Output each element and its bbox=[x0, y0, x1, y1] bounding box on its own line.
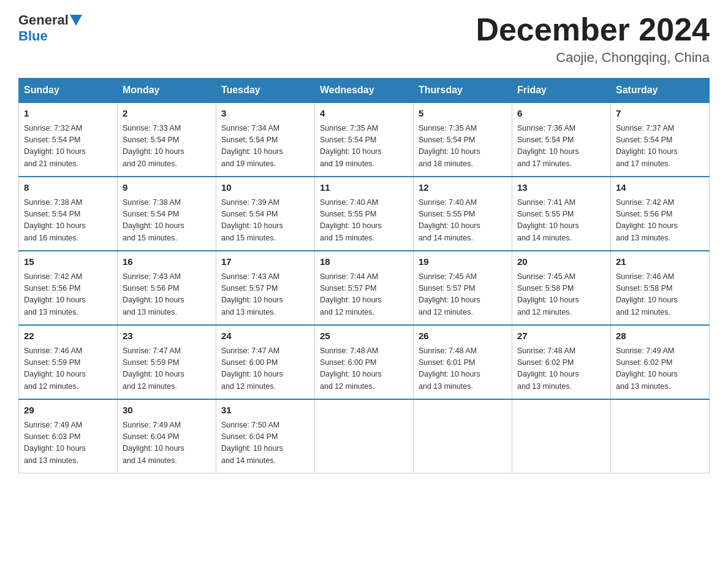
day-number: 10 bbox=[221, 181, 309, 195]
logo: General Blue bbox=[18, 12, 83, 44]
day-info: Sunrise: 7:47 AM Sunset: 6:00 PM Dayligh… bbox=[221, 345, 309, 393]
day-number: 21 bbox=[616, 255, 704, 269]
month-title: December 2024 bbox=[476, 12, 710, 47]
page-header: General Blue December 2024 Caojie, Chong… bbox=[18, 12, 710, 66]
calendar-cell: 25Sunrise: 7:48 AM Sunset: 6:00 PM Dayli… bbox=[315, 325, 414, 399]
calendar-cell bbox=[611, 399, 710, 473]
day-number: 6 bbox=[517, 107, 605, 121]
day-number: 20 bbox=[517, 255, 605, 269]
day-info: Sunrise: 7:48 AM Sunset: 6:01 PM Dayligh… bbox=[419, 345, 507, 393]
day-number: 4 bbox=[320, 107, 408, 121]
day-info: Sunrise: 7:49 AM Sunset: 6:02 PM Dayligh… bbox=[616, 345, 704, 393]
day-info: Sunrise: 7:45 AM Sunset: 5:58 PM Dayligh… bbox=[517, 271, 605, 319]
calendar-cell: 10Sunrise: 7:39 AM Sunset: 5:54 PM Dayli… bbox=[216, 177, 315, 251]
day-number: 16 bbox=[123, 255, 211, 269]
calendar-cell bbox=[315, 399, 414, 473]
header-thursday: Thursday bbox=[414, 79, 512, 103]
logo-blue-text: Blue bbox=[18, 28, 48, 44]
calendar-cell: 15Sunrise: 7:42 AM Sunset: 5:56 PM Dayli… bbox=[19, 251, 118, 325]
header-monday: Monday bbox=[118, 79, 216, 103]
calendar-cell: 6Sunrise: 7:36 AM Sunset: 5:54 PM Daylig… bbox=[512, 102, 611, 177]
day-number: 7 bbox=[616, 107, 704, 121]
calendar-cell: 1Sunrise: 7:32 AM Sunset: 5:54 PM Daylig… bbox=[19, 102, 118, 177]
day-info: Sunrise: 7:43 AM Sunset: 5:57 PM Dayligh… bbox=[221, 271, 309, 319]
day-info: Sunrise: 7:44 AM Sunset: 5:57 PM Dayligh… bbox=[320, 271, 408, 319]
day-number: 3 bbox=[221, 107, 309, 121]
day-info: Sunrise: 7:37 AM Sunset: 5:54 PM Dayligh… bbox=[616, 123, 704, 170]
day-info: Sunrise: 7:36 AM Sunset: 5:54 PM Dayligh… bbox=[517, 123, 605, 170]
day-number: 28 bbox=[616, 329, 704, 343]
day-number: 22 bbox=[24, 329, 112, 343]
day-info: Sunrise: 7:42 AM Sunset: 5:56 PM Dayligh… bbox=[24, 271, 112, 319]
day-info: Sunrise: 7:46 AM Sunset: 5:59 PM Dayligh… bbox=[24, 345, 112, 393]
calendar-cell: 23Sunrise: 7:47 AM Sunset: 5:59 PM Dayli… bbox=[118, 325, 216, 399]
calendar-week-1: 1Sunrise: 7:32 AM Sunset: 5:54 PM Daylig… bbox=[19, 102, 710, 177]
header-tuesday: Tuesday bbox=[216, 79, 315, 103]
header-friday: Friday bbox=[512, 79, 611, 103]
calendar-cell: 9Sunrise: 7:38 AM Sunset: 5:54 PM Daylig… bbox=[118, 177, 216, 251]
header-saturday: Saturday bbox=[611, 79, 710, 103]
day-info: Sunrise: 7:40 AM Sunset: 5:55 PM Dayligh… bbox=[419, 197, 507, 245]
calendar-cell: 16Sunrise: 7:43 AM Sunset: 5:56 PM Dayli… bbox=[118, 251, 216, 325]
calendar-cell: 8Sunrise: 7:38 AM Sunset: 5:54 PM Daylig… bbox=[19, 177, 118, 251]
calendar-cell: 24Sunrise: 7:47 AM Sunset: 6:00 PM Dayli… bbox=[216, 325, 315, 399]
day-number: 15 bbox=[24, 255, 112, 269]
day-number: 18 bbox=[320, 255, 408, 269]
day-number: 11 bbox=[320, 181, 408, 195]
day-info: Sunrise: 7:32 AM Sunset: 5:54 PM Dayligh… bbox=[24, 123, 112, 170]
calendar-cell: 26Sunrise: 7:48 AM Sunset: 6:01 PM Dayli… bbox=[414, 325, 512, 399]
day-info: Sunrise: 7:35 AM Sunset: 5:54 PM Dayligh… bbox=[320, 123, 408, 170]
calendar-cell: 22Sunrise: 7:46 AM Sunset: 5:59 PM Dayli… bbox=[19, 325, 118, 399]
title-area: December 2024 Caojie, Chongqing, China bbox=[476, 12, 710, 66]
header-wednesday: Wednesday bbox=[315, 79, 414, 103]
calendar-cell: 4Sunrise: 7:35 AM Sunset: 5:54 PM Daylig… bbox=[315, 102, 414, 177]
calendar-cell: 11Sunrise: 7:40 AM Sunset: 5:55 PM Dayli… bbox=[315, 177, 414, 251]
calendar-cell: 28Sunrise: 7:49 AM Sunset: 6:02 PM Dayli… bbox=[611, 325, 710, 399]
calendar-cell: 27Sunrise: 7:48 AM Sunset: 6:02 PM Dayli… bbox=[512, 325, 611, 399]
day-number: 8 bbox=[24, 181, 112, 195]
day-info: Sunrise: 7:49 AM Sunset: 6:04 PM Dayligh… bbox=[123, 419, 211, 467]
day-info: Sunrise: 7:38 AM Sunset: 5:54 PM Dayligh… bbox=[24, 197, 112, 245]
day-info: Sunrise: 7:48 AM Sunset: 6:02 PM Dayligh… bbox=[517, 345, 605, 393]
calendar-cell: 12Sunrise: 7:40 AM Sunset: 5:55 PM Dayli… bbox=[414, 177, 512, 251]
location-title: Caojie, Chongqing, China bbox=[476, 50, 710, 66]
calendar-cell bbox=[414, 399, 512, 473]
day-info: Sunrise: 7:47 AM Sunset: 5:59 PM Dayligh… bbox=[123, 345, 211, 393]
day-info: Sunrise: 7:46 AM Sunset: 5:58 PM Dayligh… bbox=[616, 271, 704, 319]
calendar-week-4: 22Sunrise: 7:46 AM Sunset: 5:59 PM Dayli… bbox=[19, 325, 710, 399]
day-info: Sunrise: 7:34 AM Sunset: 5:54 PM Dayligh… bbox=[221, 123, 309, 170]
day-number: 30 bbox=[123, 404, 211, 418]
day-info: Sunrise: 7:48 AM Sunset: 6:00 PM Dayligh… bbox=[320, 345, 408, 393]
day-number: 26 bbox=[419, 329, 507, 343]
calendar-cell bbox=[512, 399, 611, 473]
logo-arrow-icon bbox=[70, 15, 82, 26]
calendar-cell: 18Sunrise: 7:44 AM Sunset: 5:57 PM Dayli… bbox=[315, 251, 414, 325]
day-number: 17 bbox=[221, 255, 309, 269]
calendar-cell: 19Sunrise: 7:45 AM Sunset: 5:57 PM Dayli… bbox=[414, 251, 512, 325]
calendar-table: SundayMondayTuesdayWednesdayThursdayFrid… bbox=[18, 78, 710, 473]
day-number: 1 bbox=[24, 107, 112, 121]
logo-general-text: General bbox=[18, 12, 69, 28]
day-number: 31 bbox=[221, 404, 309, 418]
day-number: 13 bbox=[517, 181, 605, 195]
day-info: Sunrise: 7:43 AM Sunset: 5:56 PM Dayligh… bbox=[123, 271, 211, 319]
day-number: 12 bbox=[419, 181, 507, 195]
day-info: Sunrise: 7:41 AM Sunset: 5:55 PM Dayligh… bbox=[517, 197, 605, 245]
calendar-cell: 31Sunrise: 7:50 AM Sunset: 6:04 PM Dayli… bbox=[216, 399, 315, 473]
day-info: Sunrise: 7:39 AM Sunset: 5:54 PM Dayligh… bbox=[221, 197, 309, 245]
day-info: Sunrise: 7:42 AM Sunset: 5:56 PM Dayligh… bbox=[616, 197, 704, 245]
calendar-week-2: 8Sunrise: 7:38 AM Sunset: 5:54 PM Daylig… bbox=[19, 177, 710, 251]
calendar-cell: 14Sunrise: 7:42 AM Sunset: 5:56 PM Dayli… bbox=[611, 177, 710, 251]
day-info: Sunrise: 7:33 AM Sunset: 5:54 PM Dayligh… bbox=[123, 123, 211, 170]
day-number: 24 bbox=[221, 329, 309, 343]
calendar-cell: 3Sunrise: 7:34 AM Sunset: 5:54 PM Daylig… bbox=[216, 102, 315, 177]
calendar-cell: 17Sunrise: 7:43 AM Sunset: 5:57 PM Dayli… bbox=[216, 251, 315, 325]
day-number: 5 bbox=[419, 107, 507, 121]
calendar-week-5: 29Sunrise: 7:49 AM Sunset: 6:03 PM Dayli… bbox=[19, 399, 710, 473]
day-number: 14 bbox=[616, 181, 704, 195]
header-sunday: Sunday bbox=[19, 79, 118, 103]
calendar-week-3: 15Sunrise: 7:42 AM Sunset: 5:56 PM Dayli… bbox=[19, 251, 710, 325]
calendar-cell: 30Sunrise: 7:49 AM Sunset: 6:04 PM Dayli… bbox=[118, 399, 216, 473]
calendar-cell: 5Sunrise: 7:35 AM Sunset: 5:54 PM Daylig… bbox=[414, 102, 512, 177]
day-number: 2 bbox=[123, 107, 211, 121]
